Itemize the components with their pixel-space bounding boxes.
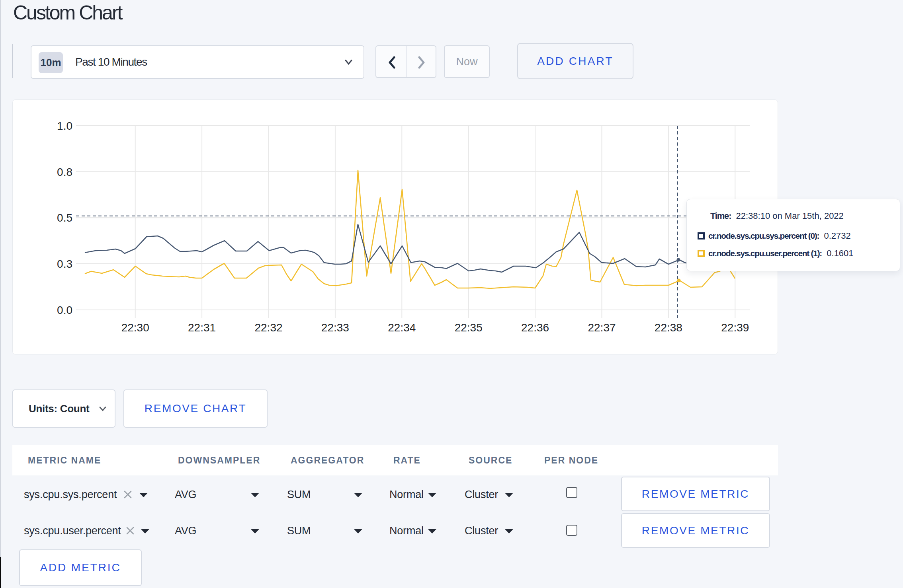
svg-text:22:39: 22:39 xyxy=(721,321,749,334)
svg-text:22:35: 22:35 xyxy=(455,321,483,334)
svg-text:22:31: 22:31 xyxy=(188,321,216,334)
svg-text:0.5: 0.5 xyxy=(57,212,72,224)
svg-text:1.0: 1.0 xyxy=(57,120,72,132)
svg-text:22:30: 22:30 xyxy=(121,321,149,334)
svg-text:22:36: 22:36 xyxy=(521,321,549,334)
svg-text:0.0: 0.0 xyxy=(57,304,72,316)
svg-text:22:38: 22:38 xyxy=(655,321,682,334)
svg-text:22:32: 22:32 xyxy=(254,321,282,334)
svg-text:22:34: 22:34 xyxy=(388,321,416,334)
svg-text:0.8: 0.8 xyxy=(57,166,72,178)
svg-text:22:33: 22:33 xyxy=(321,321,349,334)
svg-text:22:37: 22:37 xyxy=(588,321,616,334)
svg-text:0.3: 0.3 xyxy=(57,258,72,270)
